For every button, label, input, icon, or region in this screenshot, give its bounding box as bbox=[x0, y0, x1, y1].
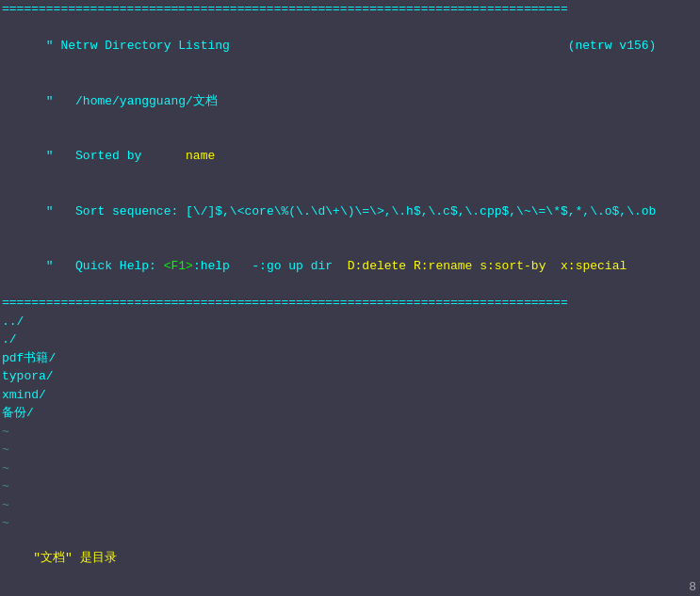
sort-help: s:sort-by bbox=[480, 259, 545, 273]
tilde-2: ~ bbox=[2, 441, 698, 459]
title-line: " Netrw Directory Listing (netrw v156) bbox=[2, 19, 698, 74]
sort-seq-value: [\/]$,\<core\%(\.\d\+\)\=\>,\.h$,\.c$,\.… bbox=[186, 204, 656, 218]
up-dir-help: -:go up dir bbox=[252, 259, 333, 273]
f1-key: <F1> bbox=[164, 259, 193, 273]
file-item-parent[interactable]: ../ bbox=[2, 313, 698, 331]
rename-help: R:rename bbox=[414, 259, 472, 273]
terminal: ========================================… bbox=[0, 0, 700, 596]
file-item-current[interactable]: ./ bbox=[2, 330, 698, 349]
title: Netrw Directory Listing bbox=[60, 39, 229, 53]
sorted-by-value: name bbox=[186, 149, 215, 163]
bottom-border: ========================================… bbox=[2, 294, 698, 313]
file-list: ../ ./ pdf书籍/ typora/ xmind/ 备份/ bbox=[2, 313, 698, 423]
tilde-6: ~ bbox=[2, 514, 698, 533]
file-item-typora[interactable]: typora/ bbox=[2, 367, 698, 386]
quick-help-label: Quick Help: bbox=[75, 259, 156, 273]
sort-seq-label: Sort sequence: bbox=[75, 204, 178, 218]
file-item-pdf[interactable]: pdf书籍/ bbox=[2, 349, 698, 368]
tilde-4: ~ bbox=[2, 477, 698, 496]
file-item-xmind[interactable]: xmind/ bbox=[2, 386, 698, 405]
version: (netrw v156) bbox=[568, 39, 657, 53]
status-bar: "文档" 是目录 8 bbox=[0, 533, 700, 596]
sorted-by-label: Sorted by bbox=[75, 149, 141, 163]
line-number: 8 bbox=[689, 580, 696, 594]
tilde-5: ~ bbox=[2, 496, 698, 515]
sort-seq-line: " Sort sequence: [\/]$,\<core\%(\.\d\+\)… bbox=[2, 184, 698, 239]
quick-help-line: " Quick Help: <F1>:help -:go up dir D:de… bbox=[2, 239, 698, 295]
tilde-1: ~ bbox=[2, 423, 698, 442]
file-item-backup[interactable]: 备份/ bbox=[2, 404, 698, 423]
special-help: x:special bbox=[561, 259, 627, 273]
status-text: "文档" 是目录 bbox=[33, 551, 116, 565]
path-line: " /home/yangguang/文档 bbox=[2, 73, 698, 129]
tilde-3: ~ bbox=[2, 459, 698, 478]
top-border: ========================================… bbox=[2, 0, 698, 19]
dir-path: /home/yangguang/文档 bbox=[75, 94, 218, 108]
sorted-by-line: " Sorted by name bbox=[2, 129, 698, 185]
delete-help: D:delete bbox=[348, 259, 406, 273]
help-text: :help bbox=[193, 259, 230, 273]
